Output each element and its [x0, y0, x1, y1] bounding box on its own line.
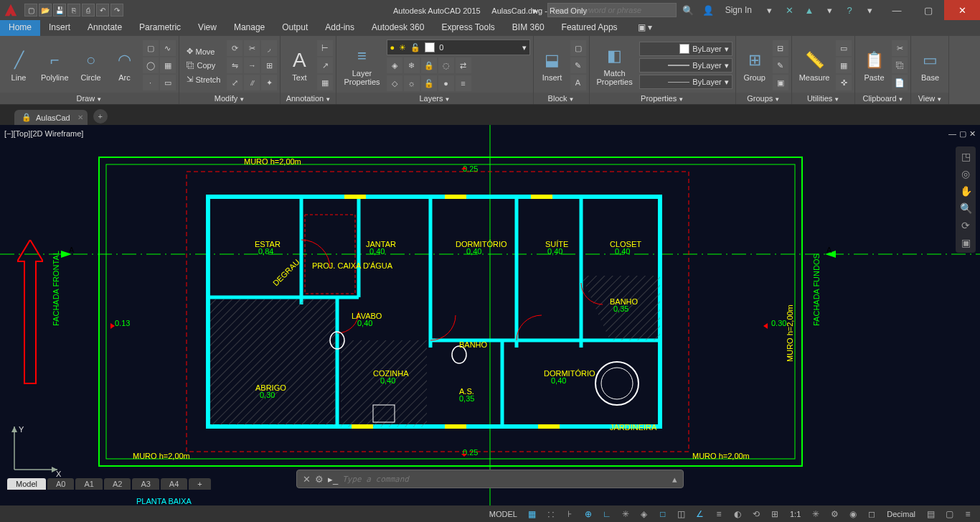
minimize-button[interactable]: — — [881, 0, 913, 20]
maximize-vp-icon[interactable]: ▢ — [959, 129, 966, 139]
arc-button[interactable]: ◠Arc — [109, 38, 141, 93]
lineweight-dropdown[interactable]: ByLayer▾ — [639, 58, 732, 73]
tab-output[interactable]: Output — [273, 20, 316, 36]
otrack-icon[interactable]: ∠ — [692, 508, 708, 521]
layout-tab-a4[interactable]: A4 — [161, 478, 187, 490]
pan-icon[interactable]: ✋ — [958, 184, 973, 198]
panel-label-properties[interactable]: Properties▼ — [590, 93, 735, 104]
annoscale-icon[interactable]: ✳ — [808, 508, 824, 521]
panel-label-view[interactable]: View▼ — [911, 93, 948, 104]
zoom-icon[interactable]: 🔍 — [958, 201, 973, 215]
chevron-down-icon[interactable]: ▾ — [760, 1, 778, 19]
layout-tab-a1[interactable]: A1 — [75, 478, 102, 490]
tab-parametric[interactable]: Parametric — [131, 20, 189, 36]
command-input[interactable] — [342, 475, 668, 484]
ellipse-icon[interactable]: ◯ — [143, 57, 159, 73]
edit-attr-icon[interactable]: A — [570, 75, 586, 90]
osnap-icon[interactable]: □ — [655, 508, 671, 521]
paste-special-icon[interactable]: 📄 — [892, 75, 908, 90]
extend-icon[interactable]: → — [244, 57, 260, 73]
rect-icon[interactable]: ▢ — [143, 40, 159, 56]
tab-bim360[interactable]: BIM 360 — [504, 20, 553, 36]
trim-icon[interactable]: ✂ — [244, 40, 260, 56]
qat-open-icon[interactable]: 📂 — [39, 4, 52, 17]
chevron-down-icon[interactable]: ▾ — [861, 1, 878, 19]
layer-dropdown[interactable]: ● ☀ 🔓 0 ▾ — [387, 39, 530, 55]
ungroup-icon[interactable]: ⊟ — [773, 40, 788, 56]
insert-button[interactable]: ⬓Insert — [537, 38, 568, 93]
close-vp-icon[interactable]: ✕ — [969, 129, 976, 139]
chevron-down-icon[interactable]: ▾ — [821, 1, 838, 19]
dim-linear-icon[interactable]: ⊢ — [317, 40, 333, 56]
dynamic-icon[interactable]: ⊕ — [580, 508, 596, 521]
panel-label-draw[interactable]: Draw▼ — [0, 93, 179, 104]
layout-tab-plus[interactable]: + — [189, 478, 210, 490]
layout-tab-a2[interactable]: A2 — [104, 478, 131, 490]
status-model[interactable]: MODEL — [485, 510, 522, 518]
a360-icon[interactable]: ▲ — [801, 1, 818, 19]
close-cmd-icon[interactable]: ✕ — [303, 474, 311, 485]
qat-saveas-icon[interactable]: ⎘ — [67, 4, 80, 17]
line-button[interactable]: ╱Line — [3, 38, 34, 93]
iso-icon[interactable]: ◈ — [636, 508, 652, 521]
measure-button[interactable]: 📏Measure — [795, 38, 834, 93]
viewport-label[interactable]: [−][Top][2D Wireframe] — [4, 129, 83, 138]
tab-manage[interactable]: Manage — [225, 20, 273, 36]
layer-iso-icon[interactable]: ◈ — [387, 57, 402, 73]
signin-button[interactable]: Sign In — [720, 5, 758, 15]
polar-icon[interactable]: ✳ — [618, 508, 633, 521]
quickprops-icon[interactable]: ▤ — [923, 508, 938, 521]
layer-freeze-icon[interactable]: ❄ — [404, 57, 420, 73]
copy-button[interactable]: ⿻Copy — [182, 60, 225, 71]
layer-thaw-icon[interactable]: ☼ — [404, 75, 420, 91]
lweight-icon[interactable]: ≡ — [711, 508, 727, 521]
clean-icon[interactable]: ▢ — [941, 508, 957, 521]
steering-icon[interactable]: ◎ — [958, 167, 973, 181]
layer-uniso-icon[interactable]: ◇ — [387, 75, 402, 91]
transparency-icon[interactable]: ◐ — [730, 508, 745, 521]
tab-autodesk360[interactable]: Autodesk 360 — [363, 20, 433, 36]
app-logo[interactable] — [0, 0, 22, 20]
panel-label-clipboard[interactable]: Clipboard▼ — [855, 93, 910, 104]
viewcube-icon[interactable]: ◳ — [958, 149, 973, 164]
layer-props-button[interactable]: ≡Layer Properties — [339, 38, 384, 93]
calc-icon[interactable]: ▦ — [836, 57, 852, 73]
circle-button[interactable]: ○Circle — [75, 38, 107, 93]
layer-unlock-icon[interactable]: 🔓 — [421, 75, 437, 91]
maximize-button[interactable]: ▢ — [913, 0, 944, 20]
match-props-button[interactable]: ◧Match Properties — [593, 38, 637, 93]
layer-match-icon[interactable]: ⇄ — [456, 57, 471, 73]
explode-icon[interactable]: ✦ — [261, 75, 277, 90]
point-icon[interactable]: ✜ — [836, 75, 852, 90]
close-button[interactable]: ✕ — [944, 0, 980, 20]
cut-icon[interactable]: ✂ — [892, 40, 908, 56]
status-units[interactable]: Decimal — [882, 510, 920, 518]
snap-icon[interactable]: ⸬ — [543, 508, 559, 521]
group-button[interactable]: ⊞Group — [739, 38, 771, 93]
panel-label-modify[interactable]: Modify▼ — [179, 93, 281, 104]
point-icon[interactable]: · — [143, 75, 159, 90]
3dosnap-icon[interactable]: ◫ — [674, 508, 689, 521]
color-dropdown[interactable]: ByLayer▾ — [639, 42, 732, 56]
tab-addins[interactable]: Add-ins — [316, 20, 363, 36]
qat-redo-icon[interactable]: ↷ — [110, 4, 123, 17]
minimize-vp-icon[interactable]: — — [948, 129, 956, 139]
annomon-icon[interactable]: ⊞ — [767, 508, 783, 521]
recent-cmd-icon[interactable]: ▴ — [672, 474, 677, 485]
panel-label-utilities[interactable]: Utilities▼ — [792, 93, 855, 104]
group-select-icon[interactable]: ▣ — [773, 75, 788, 90]
copy-clip-icon[interactable]: ⿻ — [892, 57, 908, 73]
group-edit-icon[interactable]: ✎ — [773, 57, 788, 73]
qat-undo-icon[interactable]: ↶ — [96, 4, 109, 17]
new-tab-button[interactable]: + — [93, 109, 108, 123]
hatch-icon[interactable]: ▦ — [160, 57, 176, 73]
help-icon[interactable]: ? — [841, 1, 858, 19]
cycling-icon[interactable]: ⟲ — [748, 508, 764, 521]
search-icon[interactable]: 🔍 — [679, 1, 697, 19]
tab-annotate[interactable]: Annotate — [79, 20, 131, 36]
layer-lock-icon[interactable]: 🔒 — [421, 57, 437, 73]
scale-icon[interactable]: ⤢ — [227, 75, 242, 90]
qat-save-icon[interactable]: 💾 — [53, 4, 66, 17]
panel-label-annotation[interactable]: Annotation▼ — [281, 93, 336, 104]
panel-label-block[interactable]: Block▼ — [534, 93, 589, 104]
